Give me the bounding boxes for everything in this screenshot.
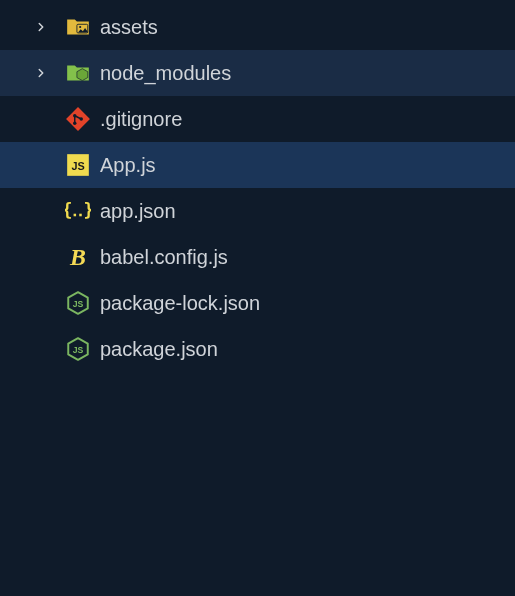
tree-item-assets[interactable]: assets xyxy=(0,4,515,50)
json-icon: {‥} xyxy=(58,198,98,224)
svg-text:B: B xyxy=(69,244,86,270)
tree-item-label: node_modules xyxy=(98,62,231,85)
tree-item-label: App.js xyxy=(98,154,156,177)
tree-item-label: .gitignore xyxy=(98,108,182,131)
tree-item-label: package.json xyxy=(98,338,218,361)
svg-text:{‥}: {‥} xyxy=(65,200,91,220)
tree-item-node-modules[interactable]: node_modules xyxy=(0,50,515,96)
nodejs-icon: JS xyxy=(58,290,98,316)
chevron-right-icon[interactable] xyxy=(24,66,58,80)
babel-icon: B xyxy=(58,244,98,270)
tree-item-label: app.json xyxy=(98,200,176,223)
folder-node-icon xyxy=(58,60,98,86)
chevron-right-icon[interactable] xyxy=(24,20,58,34)
nodejs-icon: JS xyxy=(58,336,98,362)
tree-item-gitignore[interactable]: .gitignore xyxy=(0,96,515,142)
svg-text:JS: JS xyxy=(73,299,84,309)
tree-item-babel-config[interactable]: B babel.config.js xyxy=(0,234,515,280)
js-icon: JS xyxy=(58,152,98,178)
file-explorer-tree: assets node_modules .gitignore xyxy=(0,0,515,372)
svg-text:JS: JS xyxy=(71,160,84,172)
tree-item-label: package-lock.json xyxy=(98,292,260,315)
folder-images-icon xyxy=(58,14,98,40)
tree-item-app-js[interactable]: JS App.js xyxy=(0,142,515,188)
tree-item-app-json[interactable]: {‥} app.json xyxy=(0,188,515,234)
tree-item-package-json[interactable]: JS package.json xyxy=(0,326,515,372)
svg-text:JS: JS xyxy=(73,345,84,355)
git-icon xyxy=(58,106,98,132)
tree-item-package-lock[interactable]: JS package-lock.json xyxy=(0,280,515,326)
tree-item-label: assets xyxy=(98,16,158,39)
tree-item-label: babel.config.js xyxy=(98,246,228,269)
svg-point-1 xyxy=(79,26,81,28)
